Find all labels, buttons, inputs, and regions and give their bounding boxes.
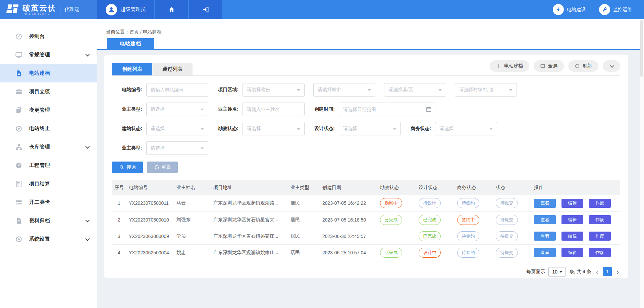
reset-button[interactable]: 重置 (147, 162, 178, 173)
total-count-label: 条, 共 4 条 (569, 269, 591, 275)
home-icon (168, 6, 175, 13)
edit-button[interactable]: 编辑 (561, 199, 583, 208)
breadcrumb-bar: 当前位置：首页 / 电站建档 电站建档 (97, 19, 644, 50)
date-range-picker[interactable] (339, 103, 435, 116)
void-button[interactable]: 作废 (589, 215, 611, 224)
scrollbar-thumb[interactable] (640, 20, 643, 77)
design-status-select[interactable]: 请选择 (339, 122, 401, 135)
void-button[interactable]: 作废 (589, 232, 611, 241)
sidebar-item-project-initiation[interactable]: 项目立项 (0, 82, 97, 101)
scrollbar[interactable] (640, 19, 644, 308)
content-card: 创建列表 通过列表 电站建档 全屏 刷新 (104, 55, 628, 278)
business-status-select[interactable]: 请选择 (435, 122, 497, 135)
user-name: 超级管理员 (120, 6, 146, 13)
province-select[interactable]: 请选择省份 (243, 83, 305, 97)
chevron-down-icon (86, 52, 90, 57)
chevron-down-icon (368, 89, 371, 93)
per-page-label: 每页显示 (526, 269, 545, 275)
chevron-down-icon (297, 89, 300, 93)
calculator-icon (15, 180, 22, 188)
survey-status-select[interactable]: 请选择 (243, 122, 305, 135)
county-select[interactable]: 请选择县/区 (384, 83, 446, 97)
chevron-down-icon (509, 89, 513, 93)
refresh-icon (575, 63, 580, 69)
sidebar-item-project-settlement[interactable]: 项目结算 (0, 175, 97, 193)
status-badge: 待提交 (496, 248, 518, 258)
chevron-down-icon (559, 271, 562, 274)
station-code-input[interactable] (146, 83, 208, 97)
sidebar-item-dashboard[interactable]: 控制台 (0, 27, 97, 46)
table-row: 1 YX2023070500011 马云 广东深圳龙华区观澜镇观湖路... 居民… (112, 195, 620, 211)
edit-button[interactable]: 编辑 (561, 232, 583, 241)
view-button[interactable]: 查看 (534, 248, 556, 257)
nav-station-build[interactable]: 电站建设 (553, 4, 586, 15)
refresh-button[interactable]: 刷新 (568, 60, 598, 72)
toolbar: 电站建档 全屏 刷新 (490, 60, 620, 72)
status-badge: 已完成 (419, 231, 441, 241)
fullscreen-button[interactable]: 全屏 (534, 60, 564, 72)
sidebar-item-data-archive[interactable]: 资料归档 (0, 211, 97, 230)
next-page-button[interactable]: › (615, 268, 620, 275)
nav-monitor-ops[interactable]: 监控运维 (599, 4, 632, 15)
collapse-filters-button[interactable] (603, 60, 620, 72)
view-button[interactable]: 查看 (534, 215, 556, 224)
owner-name-input[interactable] (243, 103, 305, 116)
app-subtitle: Po Jian Yun Fu (22, 12, 56, 15)
page-number[interactable]: 1 (603, 267, 612, 276)
breadcrumb: 当前位置：首页 / 电站建档 (106, 29, 162, 35)
pagination: 每页显示 10 条, 共 4 条 ‹ 1 › (112, 267, 620, 276)
build-status-select[interactable]: 请选择 (146, 122, 208, 135)
prev-page-button[interactable]: ‹ (595, 268, 600, 275)
void-button[interactable]: 作废 (589, 199, 611, 208)
sidebar-item-change-mgmt[interactable]: 变更管理 (0, 101, 97, 119)
search-button[interactable]: 搜索 (112, 162, 143, 173)
owner-type-select[interactable]: 请选择 (146, 103, 208, 116)
sidebar-item-engineering-mgmt[interactable]: 工程管理 (0, 156, 97, 175)
status-badge: 待签约 (457, 198, 479, 208)
nav-monitor-ops-label: 监控运维 (613, 7, 632, 13)
breadcrumb-path[interactable]: 首页 / 电站建档 (129, 29, 162, 35)
sidebar-item-general-mgmt[interactable]: 常规管理 (0, 46, 97, 64)
card-icon (15, 199, 22, 206)
date-range-input[interactable] (339, 103, 420, 115)
sidebar-item-station-archive[interactable]: 电站建档 (0, 64, 97, 82)
per-page-select[interactable]: 10 (548, 267, 566, 276)
create-station-button[interactable]: 电站建档 (490, 60, 529, 72)
home-button[interactable] (155, 0, 188, 19)
village-select[interactable]: 请选择村镇/街道 (455, 83, 517, 97)
reset-icon (154, 165, 159, 170)
table-row: 3 YX2023063000009 学员 广东深圳龙华区黄石镇姚家庄... 居民… (112, 228, 620, 244)
status-badge: 已完成 (419, 215, 441, 225)
search-icon (119, 165, 124, 170)
chevron-down-icon (297, 128, 300, 132)
filter-panel: 电站编号: 项目区域: 请选择省份 请选择城市 请选择县/区 请选择村镇/街道 … (112, 76, 620, 173)
chevron-down-icon (86, 144, 90, 149)
edit-button[interactable]: 编辑 (561, 248, 583, 257)
page-tab-station-archive[interactable]: 电站建档 (107, 38, 154, 49)
tab-create-list[interactable]: 创建列表 (112, 63, 152, 75)
sidebar-item-system-settings[interactable]: 系统设置 (0, 230, 97, 248)
calendar-icon[interactable] (426, 106, 432, 112)
portal-label: 代理端 (60, 5, 79, 15)
user-menu[interactable]: 超级管理员 (97, 0, 154, 19)
void-button[interactable]: 作废 (589, 248, 611, 257)
view-button[interactable]: 查看 (534, 232, 556, 241)
sidebar-item-type2-card[interactable]: 开二类卡 (0, 193, 97, 211)
owner-type2-select[interactable]: 请选择 (146, 141, 208, 155)
table-row: 2 YX2023070500010 刘强东 广东深圳龙华区黄石镇星官大... 居… (112, 211, 620, 228)
chevron-down-icon (489, 128, 493, 132)
nav-station-build-label: 电站建设 (567, 7, 586, 13)
sidebar-item-warehouse-mgmt[interactable]: 仓库管理 (0, 138, 97, 156)
app-header: 破茧云伏 Po Jian Yun Fu 代理端 超级管理员 电站建设 (0, 0, 644, 19)
tab-passed-list[interactable]: 通过列表 (152, 63, 193, 75)
sidebar-item-station-terminate[interactable]: 电站终止 (0, 119, 97, 138)
chevron-down-icon (201, 128, 204, 132)
edit-button[interactable]: 编辑 (561, 215, 583, 224)
status-badge: 签约中 (457, 215, 479, 225)
view-button[interactable]: 查看 (534, 199, 556, 208)
city-select[interactable]: 请选择城市 (313, 83, 375, 97)
settings-icon (15, 236, 22, 243)
logout-button[interactable] (189, 0, 222, 19)
chevron-down-icon (393, 128, 396, 132)
table-header-row: 序号 电站编号 业主姓名 项目地址 业主类型 创建日期 勘察状态 设计状态 商务… (112, 180, 620, 195)
